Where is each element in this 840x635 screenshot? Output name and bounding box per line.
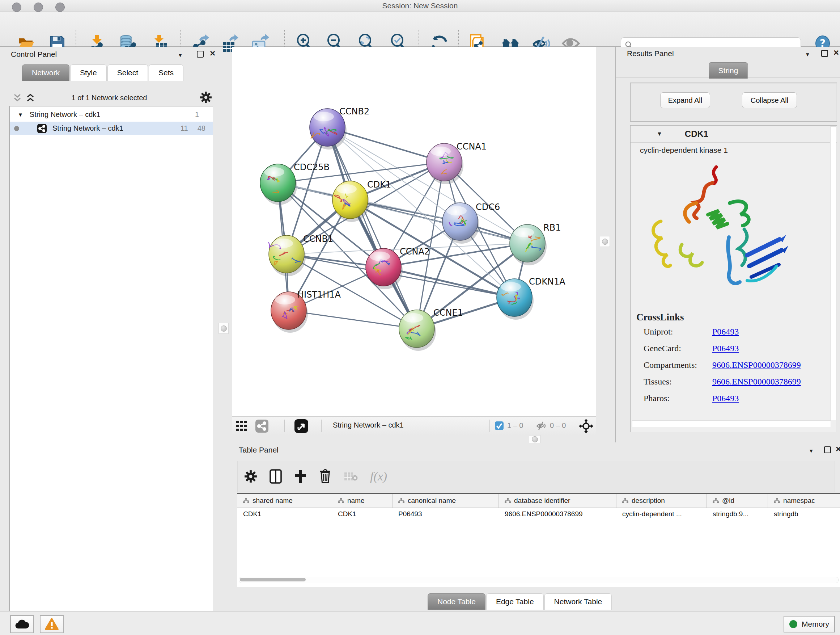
fit-content-button[interactable] — [579, 419, 593, 433]
column-header-name[interactable]: name — [332, 494, 393, 508]
horizontal-splitter-handle[interactable] — [529, 435, 540, 443]
node-gloss-highlight — [431, 147, 451, 156]
table-cell[interactable]: cyclin-dependent ... — [616, 508, 707, 521]
results-panel-menu-button[interactable]: ▾ — [806, 51, 809, 58]
separator — [321, 420, 322, 432]
protein-card-header[interactable]: ▼ CDK1 — [630, 126, 837, 143]
column-header-database-identifier[interactable]: database identifier — [499, 494, 616, 508]
collapse-triangle-icon[interactable]: ▼ — [657, 131, 662, 137]
crosslink-value-link[interactable]: 9606.ENSP00000378699 — [712, 360, 801, 370]
crosslink-row: Compartments:9606.ENSP00000378699 — [644, 360, 801, 370]
column-header-description[interactable]: description — [616, 494, 707, 508]
crosslink-value-link[interactable]: P06493 — [712, 327, 739, 336]
crosslinks-heading: CrossLinks — [636, 312, 684, 323]
table-panel-close-button[interactable]: × — [836, 446, 840, 452]
network-node-ccne1[interactable] — [399, 310, 434, 348]
results-panel-close-button[interactable]: × — [834, 49, 839, 56]
tab-string[interactable]: String — [709, 62, 748, 79]
warning-icon — [44, 618, 59, 631]
protein-result-card: ▼ CDK1 cyclin-dependent kinase 1 — [630, 125, 837, 432]
column-header--id[interactable]: @id — [707, 494, 768, 508]
control-panel-float-button[interactable] — [197, 51, 204, 57]
warnings-button[interactable] — [40, 615, 64, 633]
table-cell[interactable]: 9606.ENSP00000378699 — [499, 508, 616, 521]
tab-edge-table[interactable]: Edge Table — [486, 593, 544, 610]
table-cell[interactable]: CDK1 — [332, 508, 393, 521]
node-gloss-highlight — [514, 228, 534, 237]
network-share-view-button[interactable] — [256, 420, 268, 432]
tab-select[interactable]: Select — [107, 65, 148, 81]
column-header-namespac[interactable]: namespac — [768, 494, 840, 508]
node-gloss-highlight — [501, 282, 521, 291]
horizontal-scrollbar[interactable] — [632, 420, 831, 427]
table-cell[interactable]: stringdb:9... — [707, 508, 768, 521]
separator — [532, 420, 532, 432]
memory-status-dot — [789, 620, 797, 628]
show-grid-button[interactable] — [236, 421, 247, 432]
node-label-cdkn1a: CDKN1A — [529, 277, 565, 287]
network-node-cdc6[interactable] — [442, 203, 478, 241]
control-panel-close-button[interactable]: × — [210, 50, 215, 57]
results-panel-float-button[interactable] — [821, 50, 828, 57]
network-node-cdkn1a[interactable] — [497, 279, 532, 317]
network-row-label: String Network – cdk1 — [52, 124, 123, 133]
network-collection-row[interactable]: ▼ String Network – cdk1 1 — [10, 108, 213, 121]
collapse-all-button[interactable]: Collapse All — [742, 92, 797, 108]
left-splitter-handle[interactable] — [218, 323, 229, 334]
vertical-scrollbar[interactable] — [830, 126, 836, 420]
memory-button[interactable]: Memory — [783, 616, 835, 632]
crosslink-value-link[interactable]: P06493 — [712, 394, 739, 403]
tab-sets[interactable]: Sets — [149, 65, 183, 81]
trash-icon — [319, 469, 332, 484]
column-header-shared-name[interactable]: shared name — [237, 494, 332, 508]
cytoscape-window: Session: New Session — [0, 0, 840, 635]
network-edge — [384, 267, 515, 298]
network-node-ccnb1[interactable] — [268, 235, 304, 273]
create-column-button[interactable] — [294, 469, 306, 484]
birdseye-arrow-icon — [294, 419, 308, 433]
node-count: 11 — [180, 124, 188, 133]
network-node-rb1[interactable] — [510, 225, 545, 262]
right-splitter-handle[interactable] — [600, 236, 610, 247]
tab-node-table[interactable]: Node Table — [428, 593, 485, 610]
network-selection-status: 1 of 1 Network selected — [4, 94, 214, 102]
table-cell[interactable]: stringdb — [768, 508, 840, 521]
control-panel: Control Panel ▾ × NetworkStyleSelectSets… — [4, 47, 214, 610]
selected-checkbox[interactable] — [495, 421, 504, 430]
node-label-ccnb1: CCNB1 — [303, 234, 333, 244]
tab-network-table[interactable]: Network Table — [545, 593, 612, 610]
network-canvas[interactable]: CCNB2CCNA1CDC25BCDK1CDC6RB1CCNB1CCNA2CDK… — [232, 47, 596, 416]
table-row[interactable]: CDK1CDK1P064939606.ENSP00000378699cyclin… — [237, 508, 840, 521]
node-label-ccna1: CCNA1 — [456, 141, 486, 152]
table-cell[interactable]: P06493 — [393, 508, 499, 521]
crosslink-value-link[interactable]: 9606.ENSP00000378699 — [712, 377, 801, 386]
table-tabs: Node TableEdge TableNetwork Table — [428, 593, 613, 610]
network-node-cdc25b[interactable] — [260, 164, 295, 202]
table-panel-menu-button[interactable]: ▾ — [810, 447, 813, 455]
table-cell[interactable]: CDK1 — [237, 508, 332, 521]
network-row-selected[interactable]: String Network – cdk1 11 48 — [10, 122, 213, 135]
network-options-button[interactable] — [200, 91, 212, 103]
control-panel-menu-button[interactable]: ▾ — [179, 51, 182, 59]
table-panel-float-button[interactable] — [824, 447, 831, 453]
tab-style[interactable]: Style — [70, 65, 107, 81]
network-tree: ▼ String Network – cdk1 1 String Network… — [9, 106, 213, 635]
table-settings-button[interactable] — [244, 470, 257, 483]
crosslink-value-link[interactable]: P06493 — [712, 344, 739, 353]
collapse-triangle-icon[interactable]: ▼ — [18, 111, 23, 118]
network-node-ccna2[interactable] — [366, 249, 401, 286]
cloud-status-button[interactable] — [10, 615, 34, 633]
scrollbar-thumb[interactable] — [240, 578, 306, 581]
birdseye-view-button[interactable] — [294, 419, 308, 433]
delete-column-button[interactable] — [319, 469, 332, 484]
separator — [284, 420, 285, 432]
expand-all-button[interactable]: Expand All — [660, 92, 710, 108]
tab-network[interactable]: Network — [22, 65, 69, 81]
show-columns-button[interactable] — [270, 469, 282, 484]
protein-structure-image — [638, 160, 794, 312]
network-collection-label: String Network – cdk1 — [30, 111, 101, 119]
network-node-cdk1[interactable] — [332, 181, 368, 219]
node-label-cdc6: CDC6 — [476, 202, 500, 212]
column-header-canonical-name[interactable]: canonical name — [393, 494, 499, 508]
table-horizontal-scrollbar[interactable] — [239, 577, 838, 583]
